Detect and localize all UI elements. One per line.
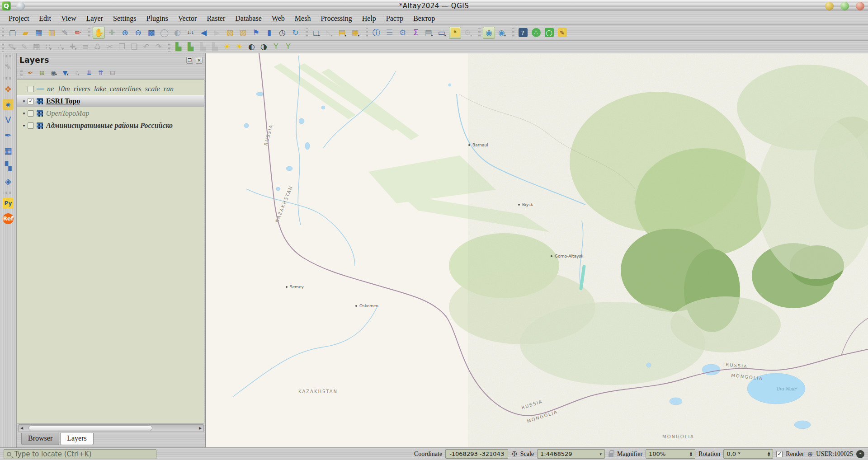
scroll-right-icon[interactable]: ▶ [197,426,203,430]
open-project-button[interactable]: ▰ [19,27,32,39]
layer-expander-icon[interactable]: ▾ [20,99,28,103]
run-feature-action-dropdown-arrow[interactable]: ▾ [470,33,472,39]
crs-globe-icon[interactable]: ⊕ [807,450,813,458]
close-panel-icon[interactable]: ✕ [196,57,203,64]
zoom-full-extent-button[interactable]: ▩ [145,27,157,39]
map-canvas[interactable]: RUSSIAKAZAKHSTANKAZAKHSTANRUSSIAMONGOLIA… [206,53,868,447]
select-by-form-button[interactable]: ▤▾ [336,27,349,39]
open-data-source-manager-button[interactable]: ❖ [1,82,15,96]
layer-diagram-options-button[interactable]: ▙ [185,42,196,52]
scrollbar-thumb[interactable] [28,425,152,431]
temporal-controller-button[interactable]: ◷ [276,27,288,39]
vertex-tool-current-dropdown-arrow[interactable]: ▾ [62,47,64,52]
expand-all-button[interactable]: ⇊ [84,68,94,78]
menu-view[interactable]: View [56,14,81,23]
zoom-to-selection-button[interactable]: ▨ [237,27,249,39]
collapse-all-button[interactable]: ⇈ [95,68,106,78]
select-by-value-dropdown-arrow[interactable]: ▾ [358,33,360,39]
map-tips-button[interactable]: ❝ [449,27,461,39]
tab-layers[interactable]: Layers [60,433,94,445]
locator-search-input[interactable]: Type to locate (Ctrl+K) [4,449,156,459]
open-layer-styling-button[interactable]: ✒ [25,68,36,78]
filter-legend-button[interactable]: ▼▾ [60,68,71,78]
layer-visibility-checkbox[interactable] [28,110,34,117]
zoom-to-native-button[interactable]: ◯ [158,27,170,39]
show-spatial-bookmarks-button[interactable]: ▮ [263,27,275,39]
web-globe-primary-button[interactable]: ◉ [483,27,495,39]
style-manager-button[interactable]: ✏ [72,27,84,39]
show-sum-button[interactable]: Σ [410,27,422,39]
filter-by-expression-dropdown-arrow[interactable]: ▾ [78,72,80,78]
spin-arrows-icon[interactable]: ▲▼ [768,451,770,457]
web-globe-secondary-button[interactable]: ◉▾ [496,27,508,39]
scale-combobox[interactable]: 1:4468529 ▾ [537,449,605,459]
measure-line-dropdown-arrow[interactable]: ▾ [444,33,446,39]
processing-toolbox-button[interactable]: ⚙ [396,27,409,39]
menu-project[interactable]: Project [4,14,34,23]
spin-arrows-icon[interactable]: ▲▼ [690,451,692,457]
layer-visibility-checkbox[interactable] [28,86,34,92]
menu-mesh[interactable]: Mesh [290,14,316,23]
select-features-dropdown-arrow[interactable]: ▾ [318,33,320,39]
add-virtual-layer-button[interactable]: ◈ [1,174,15,188]
layers-horizontal-scrollbar[interactable]: ◀ ▶ [18,424,204,432]
vertex-tool-all-dropdown-arrow[interactable]: ▾ [50,47,52,52]
add-mesh-layer-button[interactable]: ▦ [1,144,15,157]
layer-labeling-options-button[interactable]: ▙ [173,42,184,52]
open-attribute-table-dropdown-arrow[interactable]: ▾ [431,33,433,39]
web-globe-secondary-dropdown-arrow[interactable]: ▾ [504,33,506,39]
layer-row[interactable]: ▾OpenTopoMap [17,107,204,119]
python-console-button[interactable]: Py [1,197,15,210]
pan-to-selection-button[interactable]: ✚ [106,27,118,39]
filter-legend-dropdown-arrow[interactable]: ▾ [66,72,68,78]
new-project-button[interactable]: ▢ [6,27,19,39]
close-button[interactable] [856,2,864,10]
layer-row[interactable]: ▾Административные районы Российско [17,119,204,131]
menu-plugins[interactable]: Plugins [142,14,173,23]
zoom-out-button[interactable]: ⊖ [132,27,144,39]
add-raster-layer-button[interactable]: ▚ [1,159,15,173]
layer-visibility-checkbox[interactable]: ✓ [28,98,34,104]
render-checkbox[interactable]: ✓ [776,451,783,457]
zoom-in-button[interactable]: ⊕ [119,27,131,39]
identify-features-button[interactable]: ⓘ [370,27,382,39]
new-spatial-bookmark-button[interactable]: ⚑ [250,27,262,39]
show-layout-manager-button[interactable]: ✎ [59,27,71,39]
menu-web[interactable]: Web [267,14,290,23]
help-contents-button[interactable]: ? [517,27,529,39]
layer-expander-icon[interactable]: ▾ [20,111,28,116]
menu-layer[interactable]: Layer [81,14,108,23]
manage-map-themes-dropdown-arrow[interactable]: ▾ [55,72,57,78]
new-print-layout-button[interactable]: ▥ [46,27,58,39]
add-spatialite-layer-button[interactable]: ✒ [1,128,15,142]
refresh-map-button[interactable]: ↻ [289,27,302,39]
show-hide-labels-button[interactable]: ☀ [234,42,245,52]
select-by-value-button[interactable]: ▦▾ [349,27,362,39]
vertex-tool-active-dropdown-arrow[interactable]: ▾ [75,47,77,52]
zoom-1-1-button[interactable]: 1:1 [184,27,197,39]
manage-map-themes-button[interactable]: ◉▾ [48,68,59,78]
lock-scale-icon[interactable] [608,450,614,458]
measure-line-button[interactable]: ▭▾ [436,27,448,39]
zoom-last-button[interactable]: ◀ [198,27,210,39]
save-project-button[interactable]: ▦ [33,27,45,39]
layer-visibility-checkbox[interactable] [28,122,34,129]
crs-label[interactable]: USER:100025 [816,451,853,458]
menu-vector[interactable]: Vector [173,14,202,23]
share-plugin-button[interactable]: ∴ [530,27,542,39]
layer-expander-icon[interactable]: ▾ [20,123,28,128]
open-attribute-table-button[interactable]: ▤▾ [423,27,435,39]
layer-row[interactable]: ▾✓ESRI Topo [17,95,204,107]
rotate-label-button[interactable]: ◑ [258,42,269,52]
callout-tool-alt-button[interactable]: Y [283,42,294,52]
add-vector-layer-button[interactable]: V [1,113,15,127]
menu-database[interactable]: Database [230,14,267,23]
coordinate-input[interactable]: -1068293 -321043 [445,449,508,459]
statistical-summary-button[interactable]: ☰ [383,27,396,39]
remove-layer-button[interactable]: ⊟ [107,68,118,78]
tab-browser[interactable]: Browser [21,433,59,445]
float-panel-icon[interactable]: ❐ [186,57,193,64]
menu-edit[interactable]: Edit [34,14,56,23]
callout-tool-button[interactable]: Y [270,42,282,52]
add-wms-layer-button[interactable]: ◉ [1,98,15,111]
